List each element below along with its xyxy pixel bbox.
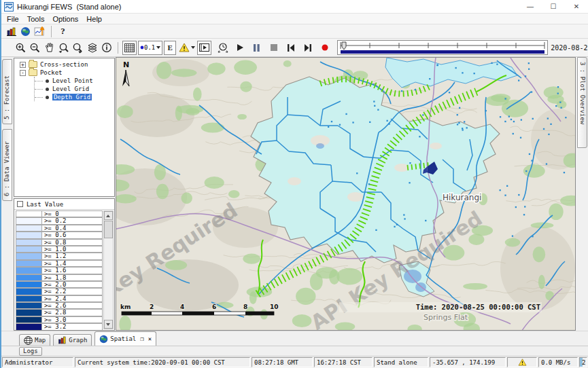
legend-entry: >= 2.4 xyxy=(16,295,103,302)
zoom-in-icon[interactable] xyxy=(14,41,28,55)
legend-scrollbar[interactable] xyxy=(103,210,114,329)
legend-entry: >= 3.2 xyxy=(16,323,103,330)
status-memory: 2.5 GB xyxy=(579,357,587,367)
zoom-next-icon[interactable] xyxy=(71,41,85,55)
color-swatch xyxy=(16,316,41,323)
scrollbar-thumb[interactable] xyxy=(104,221,113,238)
stop-icon[interactable] xyxy=(266,41,281,55)
legend-entry: >= 3.0 xyxy=(16,316,103,323)
tree-item-label: Cross-section xyxy=(40,61,88,68)
pan-hand-icon[interactable] xyxy=(42,41,56,55)
tree-item-level-grid[interactable]: Level Grid xyxy=(35,85,114,93)
last-value-checkbox[interactable] xyxy=(17,201,23,207)
label-hikurangi: Hikurangi xyxy=(443,193,481,202)
color-swatch xyxy=(16,295,41,302)
svg-text:4: 4 xyxy=(180,303,184,310)
color-swatch xyxy=(16,232,41,238)
status-network-rate: 0.0 MB/s xyxy=(538,357,578,367)
legend-threshold: >= 1.0 xyxy=(41,246,103,253)
tree-item-pocket[interactable]: - Pocket xyxy=(14,69,114,77)
record-icon[interactable] xyxy=(317,41,332,55)
tab-spatial[interactable]: Spatial ❐ ✕ xyxy=(94,331,156,346)
tab-data-viewer[interactable]: 6 : Data Viewer xyxy=(2,129,12,201)
database-viewer-icon[interactable] xyxy=(4,24,18,39)
application-window: Hikurangi FEWS (Stand alone) — ☐ ✕ File … xyxy=(0,0,588,368)
bar-chart-icon xyxy=(58,336,67,344)
window-title: Hikurangi FEWS (Stand alone) xyxy=(17,3,121,11)
collapse-icon[interactable]: - xyxy=(20,70,26,76)
map-viewport[interactable]: Hikurangi Springs Flat API Key Required … xyxy=(116,57,576,331)
map-display-icon[interactable] xyxy=(18,24,33,39)
time-slider[interactable] xyxy=(337,40,548,55)
expand-icon[interactable]: + xyxy=(20,62,26,68)
svg-text:N: N xyxy=(123,60,129,69)
menu-tools[interactable]: Tools xyxy=(24,15,50,23)
color-swatch xyxy=(16,246,41,253)
timeseries-display-icon[interactable] xyxy=(33,24,47,39)
menu-file[interactable]: File xyxy=(4,15,24,23)
warning-icon xyxy=(179,43,190,52)
legend-entry: >= 2.6 xyxy=(16,302,103,309)
status-local-time: 16:27:18 CST xyxy=(314,357,373,367)
zoom-previous-icon[interactable] xyxy=(56,41,71,55)
animation-button[interactable] xyxy=(197,41,211,55)
tab-close-icon[interactable]: ✕ xyxy=(148,335,152,342)
status-warning-cell[interactable] xyxy=(507,357,537,367)
color-swatch xyxy=(16,253,41,259)
close-button[interactable]: ✕ xyxy=(565,0,588,13)
tab-graph[interactable]: Graph xyxy=(53,334,92,346)
folder-icon xyxy=(29,69,37,76)
tab-forecast[interactable]: 5 : Forecast xyxy=(2,59,12,124)
play-icon[interactable] xyxy=(232,41,247,55)
tree-item-label: Pocket xyxy=(40,69,63,76)
legend-threshold: >= 0.2 xyxy=(41,217,103,224)
legend-threshold: >= 2.0 xyxy=(41,281,103,288)
tab-map[interactable]: Map xyxy=(19,334,50,346)
timeline-date: 2020-08-25 00:00:00 CST xyxy=(551,44,588,52)
edit-events-button[interactable]: E xyxy=(164,41,176,55)
maximize-button[interactable]: ☐ xyxy=(542,0,565,13)
logs-tab[interactable]: Logs xyxy=(19,347,42,356)
map-canvas[interactable]: Hikurangi Springs Flat API Key Required … xyxy=(116,58,576,331)
node-bullet-icon xyxy=(46,88,49,91)
status-user: Administrator xyxy=(2,357,73,367)
step-forward-icon[interactable] xyxy=(300,41,315,55)
zoom-out-icon[interactable] xyxy=(28,41,42,55)
legend-threshold: >= 3.0 xyxy=(41,316,103,323)
tab-plot-overview[interactable]: 3 : Plot Overview xyxy=(577,57,587,148)
tree-item-depth-grid[interactable]: Depth Grid xyxy=(35,93,114,101)
node-bullet-icon xyxy=(46,96,49,99)
legend-entry: >= 1.0 xyxy=(16,246,103,253)
color-swatch xyxy=(16,267,41,274)
globe-wireframe-icon xyxy=(24,336,33,345)
layers-icon[interactable] xyxy=(85,41,99,55)
toolbar-separator xyxy=(118,42,118,54)
menu-options[interactable]: Options xyxy=(50,15,84,23)
tree-item-level-point[interactable]: Level Point xyxy=(35,77,114,85)
grid-display-button[interactable] xyxy=(122,41,137,55)
minimize-button[interactable]: — xyxy=(519,0,542,13)
svg-text:km: km xyxy=(120,303,131,310)
scroll-down-icon[interactable] xyxy=(104,320,113,329)
bottom-tab-bar: Map Graph Spatial ❐ ✕ xyxy=(1,331,588,346)
legend-entry: >= 0.8 xyxy=(16,239,103,246)
point-size-dropdown[interactable]: 0.1 xyxy=(138,41,162,55)
legend-threshold: >= 0.4 xyxy=(41,225,103,232)
legend-threshold: >= 3.2 xyxy=(41,323,103,330)
legend-list: >= 0 >= 0.2 >= 0.4 >= 0.6 >= 0.8 >= 1.0 … xyxy=(14,209,114,330)
legend-entry: >= 1.6 xyxy=(16,267,103,274)
color-swatch xyxy=(16,239,41,246)
pause-icon[interactable] xyxy=(249,41,264,55)
info-icon[interactable] xyxy=(99,41,114,55)
tab-maximize-icon[interactable]: ❐ xyxy=(140,335,143,342)
step-back-icon[interactable] xyxy=(283,41,298,55)
legend-entry: >= 1.4 xyxy=(16,260,103,267)
time-settings-icon[interactable] xyxy=(215,41,230,55)
scroll-up-icon[interactable] xyxy=(104,211,113,220)
status-mode: Stand alone xyxy=(374,357,428,367)
color-swatch xyxy=(16,225,41,232)
main-toolbar: ? xyxy=(1,24,588,39)
menu-help[interactable]: Help xyxy=(84,15,107,23)
warnings-dropdown[interactable] xyxy=(177,41,196,55)
help-button[interactable]: ? xyxy=(56,24,70,39)
